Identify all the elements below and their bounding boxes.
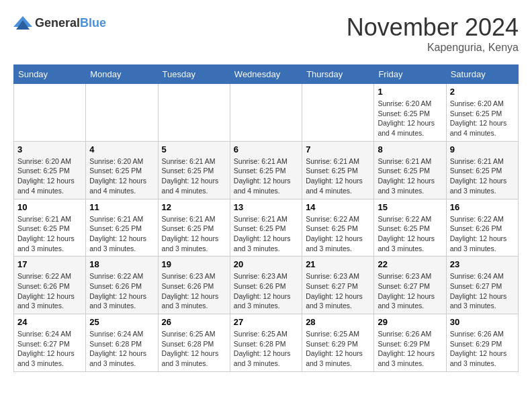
calendar-table: SundayMondayTuesdayWednesdayThursdayFrid… — [13, 64, 519, 372]
calendar-cell: 15Sunrise: 6:22 AM Sunset: 6:25 PM Dayli… — [374, 199, 446, 257]
day-number: 23 — [450, 259, 515, 269]
calendar-cell — [14, 84, 86, 142]
day-info: Sunrise: 6:21 AM Sunset: 6:25 PM Dayligh… — [378, 156, 442, 196]
weekday-header-saturday: Saturday — [446, 65, 518, 84]
logo-text-general: General — [35, 16, 80, 30]
calendar-cell: 27Sunrise: 6:25 AM Sunset: 6:28 PM Dayli… — [230, 314, 302, 372]
calendar-week-4: 17Sunrise: 6:22 AM Sunset: 6:26 PM Dayli… — [14, 257, 519, 314]
location-subtitle: Kapenguria, Kenya — [347, 42, 519, 54]
logo-text-blue: Blue — [80, 16, 106, 30]
calendar-cell: 30Sunrise: 6:26 AM Sunset: 6:29 PM Dayli… — [446, 314, 518, 372]
day-info: Sunrise: 6:22 AM Sunset: 6:26 PM Dayligh… — [17, 271, 82, 311]
day-info: Sunrise: 6:24 AM Sunset: 6:27 PM Dayligh… — [17, 329, 82, 369]
logo-icon — [13, 13, 32, 32]
calendar-cell — [86, 84, 158, 142]
day-number: 22 — [378, 259, 442, 269]
calendar-cell: 5Sunrise: 6:21 AM Sunset: 6:25 PM Daylig… — [158, 141, 230, 199]
calendar-cell: 25Sunrise: 6:24 AM Sunset: 6:28 PM Dayli… — [86, 314, 158, 372]
calendar-cell: 20Sunrise: 6:23 AM Sunset: 6:26 PM Dayli… — [230, 257, 302, 314]
day-info: Sunrise: 6:26 AM Sunset: 6:29 PM Dayligh… — [378, 329, 442, 369]
day-number: 5 — [162, 144, 226, 154]
weekday-header-thursday: Thursday — [302, 65, 374, 84]
day-number: 6 — [234, 144, 298, 154]
day-info: Sunrise: 6:21 AM Sunset: 6:25 PM Dayligh… — [17, 214, 82, 254]
day-info: Sunrise: 6:22 AM Sunset: 6:26 PM Dayligh… — [89, 271, 154, 311]
calendar-cell: 19Sunrise: 6:23 AM Sunset: 6:26 PM Dayli… — [158, 257, 230, 314]
day-info: Sunrise: 6:26 AM Sunset: 6:29 PM Dayligh… — [450, 329, 515, 369]
title-area: November 2024 Kapenguria, Kenya — [347, 13, 519, 54]
day-info: Sunrise: 6:24 AM Sunset: 6:27 PM Dayligh… — [450, 271, 515, 311]
calendar-cell: 26Sunrise: 6:25 AM Sunset: 6:28 PM Dayli… — [158, 314, 230, 372]
day-number: 21 — [306, 259, 370, 269]
day-number: 16 — [450, 202, 515, 212]
calendar-cell: 16Sunrise: 6:22 AM Sunset: 6:26 PM Dayli… — [446, 199, 518, 257]
day-info: Sunrise: 6:25 AM Sunset: 6:28 PM Dayligh… — [234, 329, 298, 369]
calendar-cell: 7Sunrise: 6:21 AM Sunset: 6:25 PM Daylig… — [302, 141, 374, 199]
day-info: Sunrise: 6:23 AM Sunset: 6:27 PM Dayligh… — [378, 271, 442, 311]
calendar-week-1: 1Sunrise: 6:20 AM Sunset: 6:25 PM Daylig… — [14, 84, 519, 142]
day-info: Sunrise: 6:22 AM Sunset: 6:26 PM Dayligh… — [450, 214, 515, 254]
day-info: Sunrise: 6:24 AM Sunset: 6:28 PM Dayligh… — [89, 329, 154, 369]
calendar-cell: 12Sunrise: 6:21 AM Sunset: 6:25 PM Dayli… — [158, 199, 230, 257]
calendar-cell: 17Sunrise: 6:22 AM Sunset: 6:26 PM Dayli… — [14, 257, 86, 314]
day-info: Sunrise: 6:23 AM Sunset: 6:26 PM Dayligh… — [234, 271, 298, 311]
day-number: 18 — [89, 259, 154, 269]
day-number: 27 — [234, 317, 298, 327]
calendar-cell: 28Sunrise: 6:25 AM Sunset: 6:29 PM Dayli… — [302, 314, 374, 372]
day-info: Sunrise: 6:20 AM Sunset: 6:25 PM Dayligh… — [89, 156, 154, 196]
day-info: Sunrise: 6:21 AM Sunset: 6:25 PM Dayligh… — [162, 156, 226, 196]
day-info: Sunrise: 6:23 AM Sunset: 6:26 PM Dayligh… — [162, 271, 226, 311]
day-number: 1 — [378, 87, 442, 97]
day-number: 2 — [450, 87, 515, 97]
page-header: GeneralBlue November 2024 Kapenguria, Ke… — [13, 13, 519, 54]
day-number: 8 — [378, 144, 442, 154]
calendar-cell: 22Sunrise: 6:23 AM Sunset: 6:27 PM Dayli… — [374, 257, 446, 314]
calendar-cell: 8Sunrise: 6:21 AM Sunset: 6:25 PM Daylig… — [374, 141, 446, 199]
day-info: Sunrise: 6:20 AM Sunset: 6:25 PM Dayligh… — [17, 156, 82, 196]
day-info: Sunrise: 6:21 AM Sunset: 6:25 PM Dayligh… — [450, 156, 515, 196]
day-info: Sunrise: 6:21 AM Sunset: 6:25 PM Dayligh… — [234, 156, 298, 196]
calendar-cell: 6Sunrise: 6:21 AM Sunset: 6:25 PM Daylig… — [230, 141, 302, 199]
day-number: 7 — [306, 144, 370, 154]
day-info: Sunrise: 6:22 AM Sunset: 6:25 PM Dayligh… — [378, 214, 442, 254]
calendar-cell: 18Sunrise: 6:22 AM Sunset: 6:26 PM Dayli… — [86, 257, 158, 314]
day-info: Sunrise: 6:20 AM Sunset: 6:25 PM Dayligh… — [378, 99, 442, 138]
day-number: 9 — [450, 144, 515, 154]
calendar-cell: 14Sunrise: 6:22 AM Sunset: 6:25 PM Dayli… — [302, 199, 374, 257]
calendar-cell — [302, 84, 374, 142]
day-info: Sunrise: 6:23 AM Sunset: 6:27 PM Dayligh… — [306, 271, 370, 311]
day-info: Sunrise: 6:20 AM Sunset: 6:25 PM Dayligh… — [450, 99, 515, 138]
day-number: 19 — [162, 259, 226, 269]
day-info: Sunrise: 6:25 AM Sunset: 6:28 PM Dayligh… — [162, 329, 226, 369]
day-number: 28 — [306, 317, 370, 327]
calendar-week-5: 24Sunrise: 6:24 AM Sunset: 6:27 PM Dayli… — [14, 314, 519, 372]
day-number: 13 — [234, 202, 298, 212]
day-number: 4 — [89, 144, 154, 154]
day-number: 14 — [306, 202, 370, 212]
day-info: Sunrise: 6:21 AM Sunset: 6:25 PM Dayligh… — [234, 214, 298, 254]
weekday-header-wednesday: Wednesday — [230, 65, 302, 84]
calendar-cell: 11Sunrise: 6:21 AM Sunset: 6:25 PM Dayli… — [86, 199, 158, 257]
day-number: 30 — [450, 317, 515, 327]
calendar-cell: 2Sunrise: 6:20 AM Sunset: 6:25 PM Daylig… — [446, 84, 518, 142]
day-number: 24 — [17, 317, 82, 327]
calendar-week-3: 10Sunrise: 6:21 AM Sunset: 6:25 PM Dayli… — [14, 199, 519, 257]
calendar-cell: 3Sunrise: 6:20 AM Sunset: 6:25 PM Daylig… — [14, 141, 86, 199]
day-number: 26 — [162, 317, 226, 327]
calendar-cell: 1Sunrise: 6:20 AM Sunset: 6:25 PM Daylig… — [374, 84, 446, 142]
day-info: Sunrise: 6:22 AM Sunset: 6:25 PM Dayligh… — [306, 214, 370, 254]
calendar-body: 1Sunrise: 6:20 AM Sunset: 6:25 PM Daylig… — [14, 84, 519, 372]
calendar-cell — [158, 84, 230, 142]
day-info: Sunrise: 6:25 AM Sunset: 6:29 PM Dayligh… — [306, 329, 370, 369]
calendar-cell: 21Sunrise: 6:23 AM Sunset: 6:27 PM Dayli… — [302, 257, 374, 314]
day-number: 25 — [89, 317, 154, 327]
weekday-header-friday: Friday — [374, 65, 446, 84]
weekday-header-tuesday: Tuesday — [158, 65, 230, 84]
day-number: 12 — [162, 202, 226, 212]
calendar-cell: 10Sunrise: 6:21 AM Sunset: 6:25 PM Dayli… — [14, 199, 86, 257]
calendar-cell: 9Sunrise: 6:21 AM Sunset: 6:25 PM Daylig… — [446, 141, 518, 199]
day-number: 3 — [17, 144, 82, 154]
calendar-cell: 23Sunrise: 6:24 AM Sunset: 6:27 PM Dayli… — [446, 257, 518, 314]
calendar-cell: 29Sunrise: 6:26 AM Sunset: 6:29 PM Dayli… — [374, 314, 446, 372]
day-number: 10 — [17, 202, 82, 212]
